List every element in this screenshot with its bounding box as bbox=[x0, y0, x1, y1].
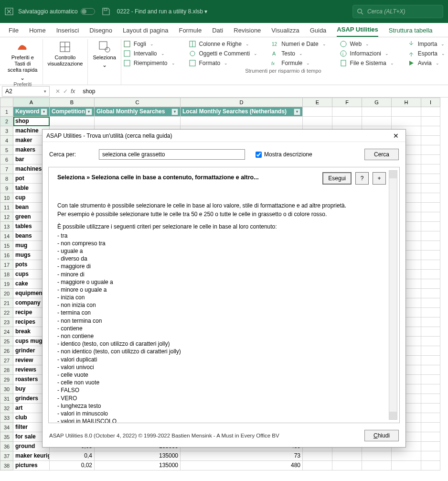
cell[interactable] bbox=[50, 117, 95, 126]
col-head-H[interactable]: H bbox=[392, 98, 421, 107]
ribbon-esporta[interactable]: Esporta⌄ bbox=[407, 50, 445, 57]
cell[interactable] bbox=[362, 451, 392, 461]
row-head[interactable]: 9 bbox=[0, 184, 13, 193]
row-head[interactable]: 28 bbox=[0, 365, 13, 375]
cell[interactable] bbox=[303, 461, 332, 470]
cell[interactable] bbox=[421, 212, 440, 222]
cell[interactable]: 0,02 bbox=[50, 461, 95, 470]
row-head[interactable]: 2 bbox=[0, 117, 13, 126]
show-description-checkbox[interactable]: Mostra descrizione bbox=[256, 151, 312, 158]
row-head[interactable]: 30 bbox=[0, 384, 13, 394]
cell[interactable] bbox=[421, 117, 440, 126]
filter-icon[interactable]: ▾ bbox=[85, 109, 92, 115]
row-head[interactable]: 24 bbox=[0, 327, 13, 337]
row-head[interactable]: 36 bbox=[0, 442, 13, 451]
row-head[interactable]: 17 bbox=[0, 260, 13, 270]
filter-icon[interactable]: ▾ bbox=[294, 109, 300, 115]
ribbon-web[interactable]: Web⌄ bbox=[340, 40, 394, 48]
cell[interactable] bbox=[181, 117, 303, 126]
col-head-D[interactable]: D bbox=[181, 98, 303, 107]
cell[interactable] bbox=[421, 442, 440, 451]
search-input[interactable] bbox=[99, 149, 245, 160]
scrollbar[interactable] bbox=[389, 170, 397, 420]
cell[interactable] bbox=[421, 423, 440, 432]
row-head[interactable]: 35 bbox=[0, 432, 13, 442]
table-header[interactable]: Keyword▾ bbox=[13, 107, 50, 117]
cell[interactable] bbox=[421, 384, 440, 394]
ribbon-numeri-date[interactable]: 12Numeri e Date⌄ bbox=[271, 40, 326, 48]
select-button[interactable]: Seleziona ⌄ bbox=[93, 40, 116, 68]
plus-button[interactable]: + bbox=[373, 172, 386, 185]
favorites-button[interactable]: Preferiti e Tasti di scelta rapida ⌄ bbox=[8, 40, 38, 81]
cell[interactable] bbox=[421, 461, 440, 470]
table-header[interactable]: Local Monthly Searches (Netherlands)▾ bbox=[181, 107, 303, 117]
tab-home[interactable]: Home bbox=[29, 27, 46, 37]
confirm-icon[interactable]: ✓ bbox=[63, 88, 68, 95]
filename[interactable]: 0222 - Find and run a utility 8.xlsb ▾ bbox=[117, 8, 207, 15]
cell[interactable]: 135000 bbox=[95, 451, 181, 461]
row-head[interactable]: 5 bbox=[0, 145, 13, 155]
name-box[interactable]: A2 ▾ bbox=[2, 86, 50, 97]
cell[interactable] bbox=[421, 155, 440, 164]
col-head-C[interactable]: C bbox=[95, 98, 181, 107]
ribbon-intervallo[interactable]: Intervallo⌄ bbox=[123, 50, 175, 57]
filter-icon[interactable]: ▾ bbox=[41, 109, 47, 115]
cell[interactable] bbox=[421, 356, 440, 365]
cancel-icon[interactable]: ✕ bbox=[55, 88, 60, 95]
row-head[interactable]: 37 bbox=[0, 451, 13, 461]
scroll-up-icon[interactable] bbox=[389, 171, 397, 178]
cell[interactable] bbox=[303, 451, 332, 461]
row-head[interactable]: 8 bbox=[0, 174, 13, 184]
cell[interactable] bbox=[421, 174, 440, 184]
cell[interactable] bbox=[421, 337, 440, 346]
row-head[interactable]: 19 bbox=[0, 279, 13, 289]
table-header[interactable]: Global Monthly Searches▾ bbox=[95, 107, 181, 117]
tab-asap-utilities[interactable]: ASAP Utilities bbox=[337, 26, 378, 37]
cell[interactable] bbox=[421, 327, 440, 337]
ribbon-avvia[interactable]: Avvia⌄ bbox=[407, 59, 445, 67]
row-head[interactable]: 20 bbox=[0, 289, 13, 298]
cell[interactable] bbox=[421, 317, 440, 327]
cell[interactable] bbox=[421, 241, 440, 251]
tab-disegno[interactable]: Disegno bbox=[89, 27, 112, 37]
cell[interactable]: shop bbox=[13, 117, 50, 126]
ribbon-importa[interactable]: Importa⌄ bbox=[407, 40, 445, 48]
cell[interactable] bbox=[421, 394, 440, 404]
ribbon-fogli[interactable]: Fogli⌄ bbox=[123, 40, 175, 48]
row-head[interactable]: 25 bbox=[0, 337, 13, 346]
col-head-G[interactable]: G bbox=[362, 98, 392, 107]
cell[interactable]: 73 bbox=[181, 451, 303, 461]
cell[interactable]: 480 bbox=[181, 461, 303, 470]
tab-formule[interactable]: Formule bbox=[179, 27, 202, 37]
row-head[interactable]: 32 bbox=[0, 404, 13, 413]
cell[interactable] bbox=[421, 270, 440, 279]
cell[interactable] bbox=[332, 451, 362, 461]
cell[interactable] bbox=[421, 451, 440, 461]
help-button[interactable]: ? bbox=[355, 172, 369, 185]
row-head[interactable]: 34 bbox=[0, 423, 13, 432]
cell[interactable] bbox=[421, 145, 440, 155]
row-head[interactable]: 27 bbox=[0, 356, 13, 365]
tab-guida[interactable]: Guida bbox=[310, 27, 327, 37]
cell[interactable] bbox=[303, 117, 332, 126]
col-head-I[interactable]: I bbox=[421, 98, 440, 107]
autosave-toggle[interactable]: Salvataggio automatico bbox=[18, 8, 95, 15]
cell[interactable] bbox=[421, 126, 440, 136]
tab-inserisci[interactable]: Inserisci bbox=[56, 27, 79, 37]
cell[interactable] bbox=[421, 404, 440, 413]
row-head[interactable]: 4 bbox=[0, 136, 13, 145]
row-head[interactable]: 23 bbox=[0, 317, 13, 327]
col-head-F[interactable]: F bbox=[332, 98, 362, 107]
cell[interactable] bbox=[421, 375, 440, 384]
row-head[interactable]: 22 bbox=[0, 308, 13, 317]
cell[interactable] bbox=[421, 365, 440, 375]
cell[interactable]: 135000 bbox=[95, 461, 181, 470]
tab-revisione[interactable]: Revisione bbox=[234, 27, 261, 37]
cell[interactable] bbox=[421, 193, 440, 203]
row-head[interactable]: 3 bbox=[0, 126, 13, 136]
vision-control-button[interactable]: Controllo visualizzazione bbox=[48, 40, 83, 67]
global-search[interactable]: Cerca (ALT+X) bbox=[352, 5, 443, 18]
row-head[interactable]: 31 bbox=[0, 394, 13, 404]
row-head[interactable]: 38 bbox=[0, 461, 13, 470]
row-head[interactable]: 13 bbox=[0, 222, 13, 231]
